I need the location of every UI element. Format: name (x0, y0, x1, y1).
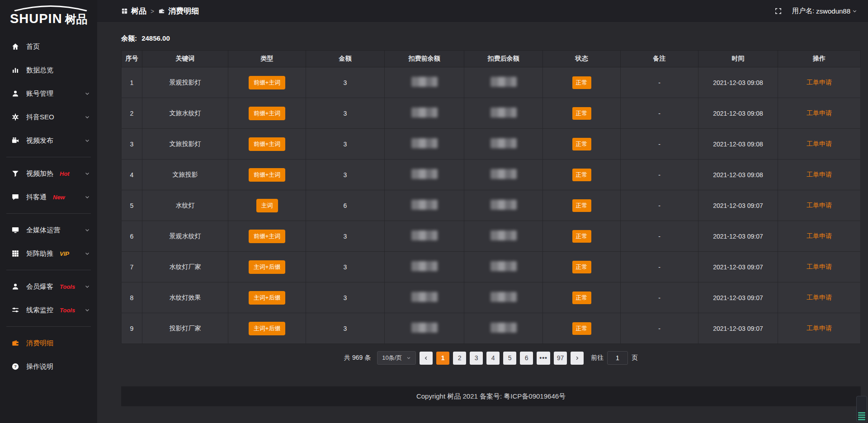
page-button-6[interactable]: 6 (520, 352, 533, 365)
masked-value (411, 261, 438, 271)
page-buttons: 123456•••97 (436, 352, 567, 365)
chevron-down-icon (85, 284, 90, 289)
fullscreen-icon[interactable] (774, 7, 782, 15)
page-button-97[interactable]: 97 (554, 352, 567, 365)
cell-balance-before (385, 282, 464, 313)
breadcrumb-label: 消费明细 (168, 6, 199, 16)
work-order-link[interactable]: 工单申请 (807, 109, 832, 117)
column-header-时间: 时间 (698, 51, 778, 67)
cell-amount: 3 (306, 67, 385, 98)
page-button-2[interactable]: 2 (453, 352, 466, 365)
work-order-link[interactable]: 工单申请 (807, 263, 832, 270)
home-icon (11, 42, 20, 51)
goto-label: 前往 (591, 354, 604, 362)
cell-amount: 3 (306, 282, 385, 313)
page-button-3[interactable]: 3 (470, 352, 483, 365)
cell-balance-before (385, 313, 464, 344)
masked-value (491, 323, 517, 333)
table-row: 6景观水纹灯前缀+主词3正常-2021-12-03 09:07工单申请 (122, 221, 861, 252)
main-column: 树品>消费明细 用户名: zswodun88 余额: (97, 0, 868, 423)
wallet-icon (11, 338, 20, 348)
work-order-link[interactable]: 工单申请 (807, 294, 832, 301)
table-row: 7水纹灯厂家主词+后缀3正常-2021-12-03 09:07工单申请 (122, 252, 861, 282)
cell-status: 正常 (543, 252, 621, 282)
member-icon (11, 282, 20, 291)
cell-balance-before (385, 67, 464, 98)
grid-icon (11, 249, 20, 258)
user-icon (11, 89, 20, 98)
cell-index: 7 (122, 252, 142, 282)
page-button-5[interactable]: 5 (503, 352, 516, 365)
page-ellipsis-button[interactable]: ••• (537, 352, 550, 365)
work-order-link[interactable]: 工单申请 (807, 202, 832, 209)
copyright-text: Copyright 树品 2021 备案号: 粤ICP备09019646号 (416, 392, 566, 401)
sidebar-item-抖客通[interactable]: 抖客通New (0, 188, 97, 206)
breadcrumb-item-消费明细[interactable]: 消费明细 (158, 6, 199, 16)
wallet-icon (158, 8, 165, 14)
work-order-link[interactable]: 工单申请 (807, 171, 832, 178)
sidebar-item-视频发布[interactable]: 视频发布 (0, 132, 97, 150)
cell-index: 6 (122, 221, 142, 252)
goto-page-input[interactable] (607, 351, 628, 365)
goto-suffix: 页 (632, 354, 638, 362)
status-badge: 正常 (572, 138, 591, 150)
sidebar-item-label: 数据总览 (26, 66, 53, 75)
masked-value (491, 169, 517, 179)
work-order-link[interactable]: 工单申请 (807, 140, 832, 147)
page-button-1[interactable]: 1 (436, 352, 449, 365)
chat-widget[interactable] (856, 396, 867, 422)
chevron-right-icon (575, 356, 580, 361)
sidebar-item-操作说明[interactable]: ?操作说明 (0, 357, 97, 376)
balance-value: 24856.00 (142, 34, 170, 42)
cell-type: 主词 (228, 190, 306, 221)
cell-balance-after (464, 160, 543, 190)
topbar-right: 用户名: zswodun88 (774, 7, 857, 15)
cell-amount: 3 (306, 221, 385, 252)
status-badge: 正常 (572, 107, 591, 120)
cell-remark: - (621, 313, 698, 344)
type-badge: 主词 (256, 199, 278, 212)
consumption-table: 序号关键词类型金额扣费前余额扣费后余额状态备注时间操作 1景观投影灯前缀+主词3… (121, 50, 861, 344)
next-page-button[interactable] (571, 352, 584, 365)
chevron-down-icon (406, 356, 411, 360)
cell-time: 2021-12-03 09:08 (698, 67, 778, 98)
breadcrumb-item-树品[interactable]: 树品 (121, 6, 146, 16)
cell-remark: - (621, 282, 698, 313)
sidebar-item-线索监控[interactable]: 线索监控Tools (0, 301, 97, 319)
sidebar-item-label: 会员爆客 (26, 282, 53, 291)
sliders-icon (11, 306, 20, 315)
work-order-link[interactable]: 工单申请 (807, 324, 832, 332)
cell-balance-before (385, 252, 464, 282)
cell-amount: 3 (306, 252, 385, 282)
sidebar-item-首页[interactable]: 首页 (0, 38, 97, 56)
sidebar-item-账号管理[interactable]: 账号管理 (0, 85, 97, 103)
page-size-select[interactable]: 10条/页 (377, 351, 416, 365)
cell-amount: 6 (306, 190, 385, 221)
work-order-link[interactable]: 工单申请 (807, 79, 832, 86)
page-size-value: 10条/页 (382, 354, 402, 362)
masked-value (491, 261, 517, 271)
prev-page-button[interactable] (420, 352, 433, 365)
sidebar-item-消费明细[interactable]: 消费明细 (0, 334, 97, 352)
sidebar-item-视频加热[interactable]: 视频加热Hot (0, 164, 97, 183)
sidebar-item-抖音SEO[interactable]: 抖音SEO (0, 108, 97, 126)
cell-time: 2021-12-03 09:07 (698, 190, 778, 221)
cell-amount: 3 (306, 313, 385, 344)
sidebar-item-全媒体运营[interactable]: 全媒体运营 (0, 221, 97, 239)
sidebar-item-badge: Tools (60, 307, 75, 314)
sidebar-item-会员爆客[interactable]: 会员爆客Tools (0, 277, 97, 296)
cell-remark: - (621, 160, 698, 190)
cell-type: 前缀+主词 (228, 129, 306, 160)
sidebar-item-数据总览[interactable]: 数据总览 (0, 61, 97, 79)
sidebar-menu: 首页数据总览账号管理抖音SEO视频发布视频加热Hot抖客通New全媒体运营矩阵助… (0, 38, 97, 376)
type-badge: 前缀+主词 (249, 107, 286, 120)
cell-index: 2 (122, 98, 142, 129)
sidebar-item-label: 首页 (26, 42, 40, 51)
work-order-link[interactable]: 工单申请 (807, 232, 832, 240)
sidebar-item-矩阵助推[interactable]: 矩阵助推VIP (0, 244, 97, 263)
user-dropdown[interactable]: 用户名: zswodun88 (792, 7, 857, 15)
cell-keyword: 投影灯厂家 (142, 313, 228, 344)
page-button-4[interactable]: 4 (486, 352, 500, 365)
table-body: 1景观投影灯前缀+主词3正常-2021-12-03 09:08工单申请2文旅水纹… (122, 67, 861, 344)
type-badge: 前缀+主词 (249, 76, 286, 89)
